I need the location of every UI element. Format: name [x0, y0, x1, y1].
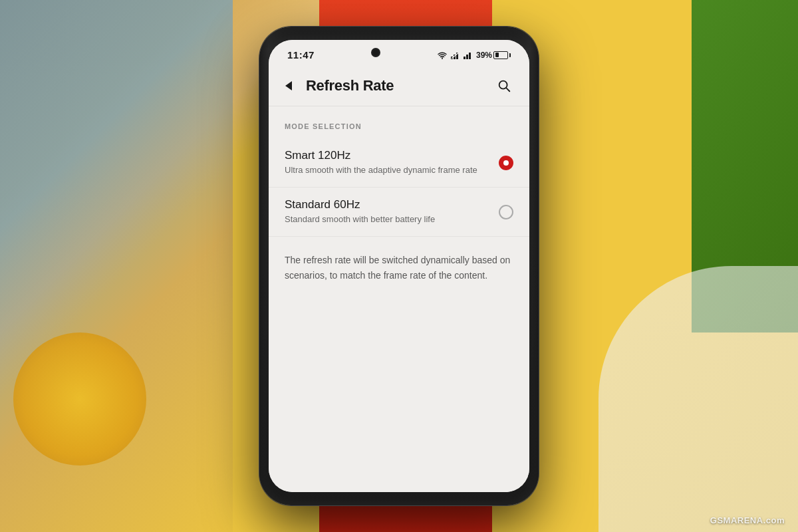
svg-rect-5	[464, 57, 466, 59]
info-text: The refresh rate will be switched dynami…	[269, 237, 529, 299]
status-time: 11:47	[287, 49, 315, 61]
status-bar: 11:47	[269, 40, 529, 66]
battery-indicator: 39%	[476, 51, 511, 60]
bg-white	[598, 266, 798, 532]
svg-point-0	[442, 58, 443, 59]
svg-rect-6	[466, 55, 468, 59]
screen-edge-right	[529, 27, 539, 505]
radio-standard-60hz[interactable]	[499, 205, 513, 219]
option-1-subtitle: Ultra smooth with the adaptive dynamic f…	[285, 164, 491, 176]
option-1-title: Smart 120Hz	[285, 149, 491, 162]
option-2-title: Standard 60Hz	[285, 198, 491, 211]
svg-line-9	[506, 88, 509, 91]
battery-fill	[495, 53, 499, 57]
section-label: MODE SELECTION	[269, 106, 529, 138]
wifi-icon	[437, 51, 448, 59]
signal-icon	[451, 51, 460, 59]
option-standard-60hz[interactable]: Standard 60Hz Standard smooth with bette…	[269, 188, 529, 237]
battery-percent-label: 39%	[476, 51, 492, 60]
battery-body	[493, 51, 508, 59]
navigation-bar: Refresh Rate	[269, 66, 529, 106]
phone-screen: 11:47	[269, 40, 529, 492]
svg-rect-7	[469, 53, 471, 59]
screen-edge-left	[259, 27, 269, 505]
watermark: GSMARENA.com	[710, 515, 785, 525]
radio-smart-120hz[interactable]	[499, 156, 513, 170]
nav-left: Refresh Rate	[278, 75, 394, 96]
bg-chair	[13, 332, 146, 466]
app-content: Refresh Rate MODE SELECTION Smart 120Hz	[269, 66, 529, 492]
search-icon	[497, 78, 511, 93]
signal-icon-2	[464, 51, 473, 59]
camera-area	[371, 48, 380, 57]
back-button[interactable]	[278, 75, 299, 96]
option-1-text: Smart 120Hz Ultra smooth with the adapti…	[285, 149, 491, 176]
phone-body: 11:47	[259, 27, 539, 505]
option-2-text: Standard 60Hz Standard smooth with bette…	[285, 198, 491, 225]
camera-hole	[371, 48, 380, 57]
search-button[interactable]	[492, 74, 516, 98]
option-2-subtitle: Standard smooth with better battery life	[285, 213, 491, 225]
page-title: Refresh Rate	[306, 77, 394, 94]
battery-tip	[509, 53, 511, 57]
back-chevron-icon	[285, 81, 292, 90]
option-smart-120hz[interactable]: Smart 120Hz Ultra smooth with the adapti…	[269, 138, 529, 188]
status-icons: 39%	[437, 51, 511, 60]
phone-wrapper: 11:47	[259, 27, 539, 505]
